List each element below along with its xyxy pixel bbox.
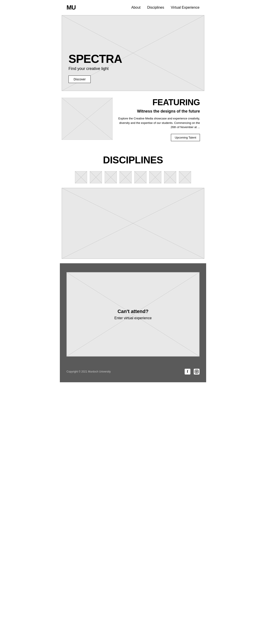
cant-attend-title: Can't attend? (118, 308, 148, 314)
discipline-icon-2[interactable] (90, 171, 102, 183)
discipline-icon-1[interactable] (75, 171, 87, 183)
discipline-icon-4[interactable] (120, 171, 132, 183)
discipline-icon-6[interactable] (149, 171, 161, 183)
nav-link-virtual-experience[interactable]: Virtual Experience (171, 6, 200, 10)
featuring-content: FEATURING Witness the designs of the fut… (113, 98, 204, 141)
social-links: f (185, 369, 200, 374)
hero-subtitle: Find your creative light (68, 66, 198, 71)
nav-links: About Disciplines Virtual Experience (131, 6, 200, 10)
instagram-icon[interactable] (194, 369, 200, 374)
featuring-section: FEATURING Witness the designs of the fut… (60, 91, 206, 148)
discipline-icon-3[interactable] (105, 171, 117, 183)
featuring-body: Explore the Creative Media showcase and … (118, 116, 200, 130)
svg-rect-36 (195, 370, 198, 373)
facebook-icon[interactable]: f (185, 369, 190, 374)
footer-section: Can't attend? Enter virtual experience C… (60, 263, 206, 382)
discipline-icon-8[interactable] (179, 171, 191, 183)
virtual-subtitle: Enter virtual experience (114, 316, 152, 320)
discipline-icon-5[interactable] (134, 171, 146, 183)
nav-link-disciplines[interactable]: Disciplines (147, 6, 164, 10)
virtual-experience-box[interactable]: Can't attend? Enter virtual experience (66, 272, 200, 356)
hero-title: SPECTRA (68, 53, 198, 64)
discover-button[interactable]: Discover (68, 76, 91, 83)
disciplines-title: DISCIPLINES (62, 154, 204, 166)
featuring-wireframe-lines (62, 98, 113, 140)
upcoming-talent-button[interactable]: Upcoming Talent (171, 134, 200, 141)
discipline-icon-7[interactable] (164, 171, 176, 183)
footer-bottom: Copyright © 2021 Murdoch University f (64, 366, 202, 376)
featuring-image (62, 98, 113, 140)
nav-logo[interactable]: MU (66, 4, 76, 11)
disciplines-icons (62, 171, 204, 183)
disciplines-large-image (62, 188, 204, 259)
featuring-title: FEATURING (118, 98, 200, 107)
svg-point-37 (196, 371, 197, 372)
disciplines-section: DISCIPLINES (60, 148, 206, 263)
hero-section: SPECTRA Find your creative light Discove… (62, 15, 204, 91)
navigation: MU About Disciplines Virtual Experience (60, 0, 206, 15)
featuring-subtitle: Witness the designs of the future (118, 109, 200, 114)
nav-link-about[interactable]: About (131, 6, 140, 10)
copyright-text: Copyright © 2021 Murdoch University (66, 370, 111, 373)
